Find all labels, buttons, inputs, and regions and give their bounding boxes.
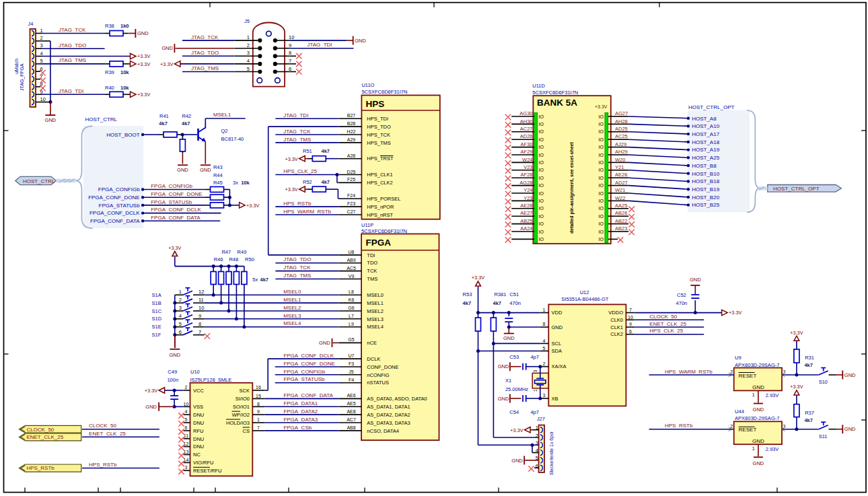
svg-text:R381: R381: [494, 291, 506, 297]
svg-text:9: 9: [257, 409, 260, 414]
svg-text:9: 9: [289, 42, 291, 48]
svg-text:CLK1: CLK1: [610, 324, 623, 330]
svg-text:IO: IO: [539, 114, 544, 119]
svg-text:4p7: 4p7: [530, 354, 539, 360]
svg-text:10: 10: [184, 402, 189, 406]
svg-text:JTAG TCK: JTAG TCK: [283, 264, 311, 271]
svg-text:CLK0: CLK0: [610, 317, 623, 323]
svg-text:U44: U44: [735, 409, 744, 415]
svg-text:HPS_RSTb: HPS_RSTb: [89, 462, 117, 468]
svg-text:RESET/RFU: RESET/RFU: [193, 468, 222, 474]
svg-text:GND: GND: [844, 372, 856, 378]
svg-text:SDA: SDA: [552, 348, 562, 354]
svg-text:HPS_RSTb: HPS_RSTb: [26, 465, 55, 471]
svg-text:+3.3V: +3.3V: [790, 330, 803, 336]
svg-text:IO: IO: [539, 160, 544, 165]
svg-text:IO: IO: [599, 153, 604, 157]
svg-text:3: 3: [247, 50, 250, 56]
svg-text:IO: IO: [599, 129, 604, 134]
svg-text:HPS_PORSEL: HPS_PORSEL: [367, 196, 400, 202]
svg-text:SCL: SCL: [552, 341, 562, 347]
svg-text:1: 1: [247, 34, 250, 40]
svg-text:IO: IO: [539, 214, 544, 219]
svg-text:3x: 3x: [233, 180, 238, 186]
svg-text:4k7: 4k7: [159, 120, 168, 127]
svg-text:HPS_nRST: HPS_nRST: [367, 212, 393, 218]
svg-text:AA24: AA24: [520, 225, 532, 232]
svg-text:4k7: 4k7: [260, 277, 269, 283]
svg-text:5CSXFC6D6F31I7N: 5CSXFC6D6F31I7N: [361, 228, 407, 234]
svg-text:GND: GND: [161, 45, 173, 51]
svg-text:HPS_TCK: HPS_TCK: [367, 132, 390, 138]
svg-text:AC7: AC7: [347, 417, 356, 422]
svg-text:4k7: 4k7: [322, 179, 330, 185]
svg-text:R52: R52: [303, 179, 312, 185]
svg-text:S1F: S1F: [152, 332, 161, 338]
svg-text:10: 10: [198, 305, 204, 311]
svg-text:4: 4: [179, 313, 182, 319]
svg-text:2: 2: [247, 42, 250, 48]
svg-text:GND: GND: [145, 404, 157, 410]
svg-text:AE6: AE6: [347, 393, 355, 398]
svg-text:C53: C53: [509, 354, 519, 360]
svg-text:FPGA CONF DATA: FPGA CONF DATA: [283, 392, 333, 398]
svg-text:8: 8: [289, 50, 291, 56]
svg-text:11: 11: [184, 433, 188, 438]
svg-text:VIO/RFU: VIO/RFU: [193, 460, 213, 466]
svg-text:FPGA DATA1: FPGA DATA1: [283, 400, 318, 406]
svg-text:1k0: 1k0: [120, 23, 129, 29]
svg-text:SCK: SCK: [240, 388, 250, 394]
svg-text:SI/IO0: SI/IO0: [236, 396, 250, 402]
svg-text:R49: R49: [238, 249, 247, 255]
svg-text:8: 8: [543, 322, 546, 326]
svg-text:SO/IO1: SO/IO1: [233, 404, 250, 410]
svg-text:HPS_CLK2: HPS_CLK2: [367, 180, 392, 186]
svg-text:IO: IO: [539, 129, 544, 134]
svg-text:IO: IO: [539, 199, 544, 203]
svg-text:2.93V: 2.93V: [766, 392, 779, 398]
svg-text:FPGA CONF DCLK: FPGA CONF DCLK: [283, 353, 334, 359]
svg-text:IO: IO: [599, 191, 604, 196]
svg-text:JTAG TDI: JTAG TDI: [283, 112, 308, 118]
svg-text:IO: IO: [599, 122, 604, 127]
svg-text:HOST_B19: HOST_B19: [692, 186, 719, 192]
svg-text:AS_DATA1, DATA1: AS_DATA1, DATA1: [367, 404, 410, 410]
svg-text:AB25: AB25: [520, 218, 532, 224]
svg-text:FPGA STATUSb: FPGA STATUSb: [283, 376, 325, 382]
svg-text:6: 6: [289, 66, 291, 72]
svg-text:AJ29: AJ29: [615, 141, 626, 147]
svg-text:1: 1: [752, 446, 755, 451]
svg-text:R44: R44: [213, 172, 223, 178]
svg-text:Q2: Q2: [221, 128, 228, 134]
svg-text:AG28: AG28: [519, 180, 532, 186]
svg-text:R42: R42: [182, 113, 192, 119]
svg-text:GND: GND: [200, 167, 211, 173]
svg-text:APX803D-29SAG-7: APX803D-29SAG-7: [735, 415, 779, 421]
svg-text:R31: R31: [805, 355, 814, 361]
svg-text:HOST_CTRL: HOST_CTRL: [23, 178, 55, 184]
svg-text:CLOCK 50: CLOCK 50: [89, 423, 116, 429]
svg-text:uMatch: uMatch: [14, 59, 19, 74]
svg-text:F23: F23: [347, 201, 355, 206]
svg-text:GND: GND: [753, 460, 764, 466]
svg-text:U12: U12: [580, 289, 589, 295]
svg-text:F25: F25: [347, 177, 355, 182]
svg-text:G5: G5: [348, 337, 354, 342]
svg-text:RFU: RFU: [193, 428, 203, 434]
svg-text:5: 5: [179, 321, 182, 327]
svg-text:VDDO: VDDO: [608, 310, 623, 316]
svg-text:JTAG TDI: JTAG TDI: [59, 88, 83, 94]
svg-text:V23: V23: [523, 164, 532, 170]
svg-text:R48: R48: [229, 256, 238, 262]
svg-text:HPS RSTb: HPS RSTb: [665, 423, 693, 429]
svg-text:+3.3V: +3.3V: [137, 61, 150, 67]
svg-text:1: 1: [179, 289, 182, 295]
svg-text:100n: 100n: [167, 377, 178, 383]
svg-text:2: 2: [179, 297, 182, 303]
svg-text:AE8: AE8: [347, 409, 355, 414]
svg-text:+3.3V: +3.3V: [145, 388, 157, 394]
svg-text:AD25: AD25: [615, 126, 628, 132]
svg-text:HPS_CLK_25: HPS_CLK_25: [283, 168, 317, 174]
svg-text:XB: XB: [552, 396, 558, 402]
svg-text:GND: GND: [319, 340, 330, 346]
